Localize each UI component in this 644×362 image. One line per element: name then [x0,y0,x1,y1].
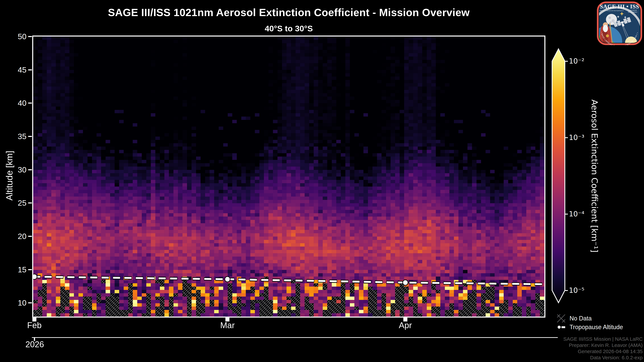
credit-line: Generated 2026-04-08 14:35 [563,348,643,355]
colorbar [548,47,582,305]
colorbar-tick-mark [565,61,568,62]
credit-line: SAGE III/ISS Mission | NASA LaRC [563,336,643,342]
figure-root: SAGE III/ISS 1021nm Aerosol Extinction C… [0,0,644,362]
y-tick-mark [28,69,32,70]
y-tick-label: 20 [3,232,26,240]
x-tick-label: Mar [209,321,246,330]
x-tick-label: Apr [387,321,424,330]
patch-subtitle-right2: Space Station [628,11,637,13]
credit-line: Data Version: 6.0.2-exp [563,355,643,361]
patch-title: SAGE III • ISS [600,3,639,9]
year-axis-label: 2026 [23,340,46,349]
y-tick-label: 45 [3,66,26,74]
colorbar-tick-label: 10⁻³ [569,134,584,141]
colorbar-tick-label: 10⁻⁵ [569,287,584,294]
y-tick-label: 15 [3,266,26,274]
y-tick-label: 10 [3,299,26,307]
colorbar-title: Aerosol Extinction Coefficient [km⁻¹] [590,99,600,252]
y-tick-mark [28,202,32,203]
legend: No Data Tropopause Altitude [557,314,623,332]
patch-subtitle-left: Stratospheric Aerosol and Gas Experiment… [600,10,624,11]
x-tick-label: Feb [16,321,53,330]
y-tick-mark [28,269,32,270]
y-tick-mark [28,236,32,237]
y-tick-mark [28,136,32,137]
tropopause-line-icon [557,323,565,331]
legend-label-tropopause: Tropopause Altitude [570,324,623,331]
colorbar-tick-mark [565,137,568,138]
legend-label-no-data: No Data [570,315,592,322]
sage-iii-iss-mission-patch: SAGE III • ISS Stratospheric Aerosol and… [597,1,642,45]
y-tick-mark [28,103,32,104]
y-tick-label: 25 [3,199,26,207]
heatmap-plot-frame [32,35,546,318]
y-tick-label: 50 [3,32,26,40]
no-data-hatch-icon [557,314,565,323]
y-tick-mark [28,302,32,303]
aerosol-heatmap-canvas [33,36,544,317]
colorbar-tick-label: 10⁻² [569,58,584,65]
y-tick-mark [28,169,32,170]
y-tick-label: 40 [3,99,26,107]
colorbar-tick-label: 10⁻⁴ [569,211,584,218]
page-title: SAGE III/ISS 1021nm Aerosol Extinction C… [108,6,470,18]
colorbar-tick-mark [565,290,568,291]
colorbar-tick-mark [565,214,568,215]
legend-row-tropopause: Tropopause Altitude [557,323,623,332]
y-axis-title: Altitude [km] [4,151,14,200]
credit-line: Preparer: Kevin R. Leavor (AMA) [563,342,643,348]
patch-subtitle-right1: International [628,9,637,11]
y-tick-mark [28,36,32,37]
y-tick-label: 35 [3,132,26,140]
colorbar-gradient [552,49,565,303]
page-subtitle: 40°S to 30°S [265,24,313,33]
legend-row-no-data: No Data [557,314,623,323]
year-axis-line [32,337,558,338]
credits-footer: SAGE III/ISS Mission | NASA LaRCPreparer… [563,336,643,361]
y-tick-label: 30 [3,166,26,174]
